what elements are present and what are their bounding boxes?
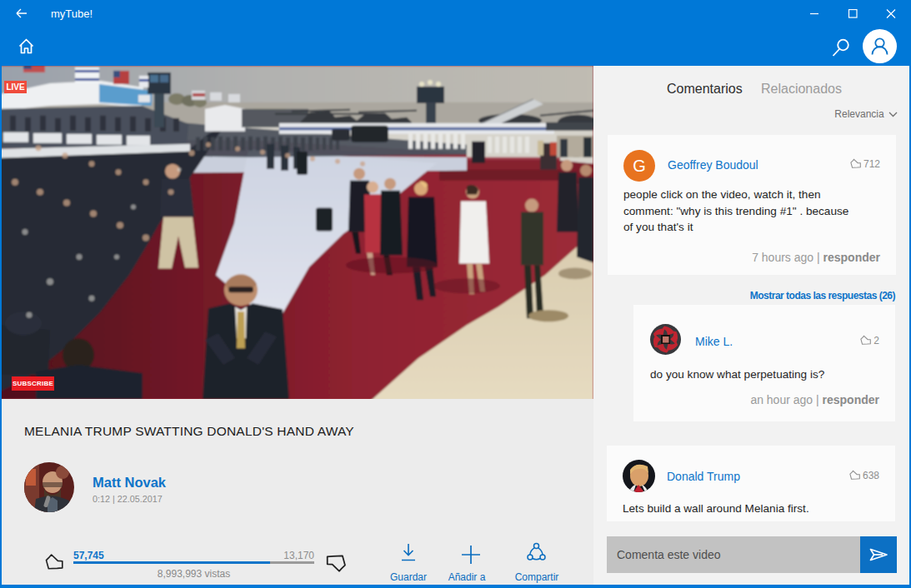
svg-text:G: G	[633, 157, 646, 175]
